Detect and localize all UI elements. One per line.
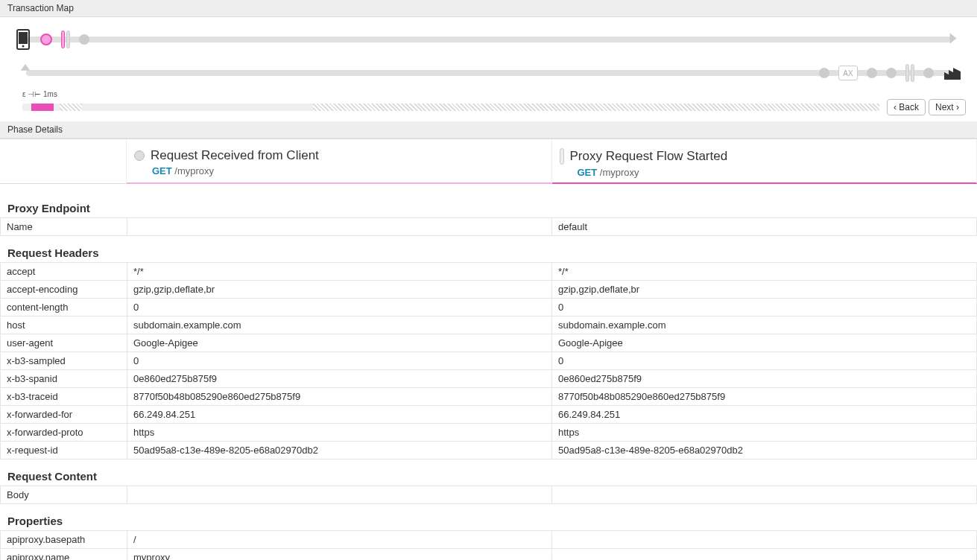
- row-key: x-forwarded-proto: [1, 424, 127, 442]
- response-node-1[interactable]: [819, 68, 829, 78]
- row-key: accept-encoding: [1, 281, 127, 299]
- http-method: GET: [152, 165, 172, 176]
- phase-details-header: Phase Details: [0, 121, 977, 139]
- table-row: content-length00: [1, 299, 977, 316]
- timeline: ε ⊣⊢ 1ms ‹ Back Next ›: [0, 92, 977, 121]
- row-val-2: 8770f50b48b085290e860ed275b875f9: [552, 388, 977, 406]
- table-row: x-b3-spanid0e860ed275b875f90e860ed275b87…: [1, 370, 977, 388]
- phase-columns: Request Received from Client GET /myprox…: [0, 139, 977, 184]
- phase-title: Proxy Request Flow Started: [570, 149, 728, 164]
- details-panel: Proxy EndpointNamedefaultRequest Headers…: [0, 184, 977, 560]
- row-val-1: 66.249.84.251: [127, 406, 552, 424]
- timeline-bar[interactable]: [22, 104, 879, 111]
- row-key: host: [1, 316, 127, 334]
- row-val-2: [552, 486, 977, 504]
- row-key: apiproxy.name: [1, 549, 127, 561]
- analytics-node[interactable]: AX: [838, 66, 858, 80]
- back-button[interactable]: ‹ Back: [887, 99, 926, 115]
- request-path: /myproxy: [600, 167, 639, 178]
- row-val-2: 0: [552, 352, 977, 370]
- row-val-1: 8770f50b48b085290e860ed275b875f9: [127, 388, 552, 406]
- backend-target-icon[interactable]: [943, 65, 962, 81]
- row-key: Name: [1, 218, 127, 236]
- row-val-2: 50ad95a8-c13e-489e-8205-e68a02970db2: [552, 442, 977, 459]
- row-key: x-b3-traceid: [1, 388, 127, 406]
- table-row: x-forwarded-protohttpshttps: [1, 424, 977, 442]
- row-val-1: [127, 486, 552, 504]
- row-val-1: 0: [127, 299, 552, 316]
- row-key: apiproxy.basepath: [1, 531, 127, 549]
- phase-col-blank: [0, 139, 127, 184]
- section-title: Request Headers: [0, 236, 977, 262]
- client-device-icon[interactable]: [15, 29, 31, 50]
- section-title: Request Content: [0, 459, 977, 486]
- proxy-preflow-node[interactable]: [61, 31, 70, 48]
- table-row: accept-encodinggzip,gzip,deflate,brgzip,…: [1, 281, 977, 299]
- row-val-1: Google-Apigee: [127, 334, 552, 352]
- table-row: apiproxy.basepath/: [1, 531, 977, 549]
- response-node-2[interactable]: [867, 68, 877, 78]
- row-val-2: 0: [552, 299, 977, 316]
- row-key: content-length: [1, 299, 127, 316]
- row-val-2: [552, 531, 977, 549]
- row-val-2: 66.249.84.251: [552, 406, 977, 424]
- circle-icon: [134, 150, 145, 161]
- row-val-2: gzip,gzip,deflate,br: [552, 281, 977, 299]
- row-key: x-b3-sampled: [1, 352, 127, 370]
- row-val-2: Google-Apigee: [552, 334, 977, 352]
- phase-title: Request Received from Client: [151, 148, 319, 163]
- row-val-2: [552, 549, 977, 561]
- svg-point-2: [22, 45, 25, 48]
- row-val-1: https: [127, 424, 552, 442]
- row-val-1: 50ad95a8-c13e-489e-8205-e68a02970db2: [127, 442, 552, 459]
- row-val-1: [127, 218, 552, 236]
- svg-rect-1: [19, 32, 28, 44]
- http-method: GET: [578, 167, 598, 178]
- row-val-1: myproxy: [127, 549, 552, 561]
- table-row: Body: [1, 486, 977, 504]
- table-row: x-request-id50ad95a8-c13e-489e-8205-e68a…: [1, 442, 977, 459]
- table-row: x-forwarded-for66.249.84.25166.249.84.25…: [1, 406, 977, 424]
- row-val-1: gzip,gzip,deflate,br: [127, 281, 552, 299]
- table-row: Namedefault: [1, 218, 977, 236]
- row-val-1: */*: [127, 263, 552, 281]
- table-row: x-b3-sampled00: [1, 352, 977, 370]
- target-preflow-node[interactable]: [905, 64, 914, 82]
- row-val-2: 0e860ed275b875f9: [552, 370, 977, 388]
- row-val-1: 0: [127, 352, 552, 370]
- row-val-1: 0e860ed275b875f9: [127, 370, 552, 388]
- transaction-map-header: Transaction Map: [0, 0, 977, 17]
- bar-icon: [560, 148, 564, 165]
- next-button[interactable]: Next ›: [929, 99, 966, 115]
- table-row: apiproxy.namemyproxy: [1, 549, 977, 561]
- request-received-node[interactable]: [40, 34, 52, 45]
- flow-node[interactable]: [79, 34, 89, 45]
- timeline-scale-label: ε ⊣⊢ 1ms: [22, 90, 57, 98]
- row-val-2: https: [552, 424, 977, 442]
- table-row: x-b3-traceid8770f50b48b085290e860ed275b8…: [1, 388, 977, 406]
- row-key: x-forwarded-for: [1, 406, 127, 424]
- transaction-map: AX: [0, 17, 977, 92]
- row-val-1: subdomain.example.com: [127, 316, 552, 334]
- response-node-4[interactable]: [923, 68, 934, 78]
- row-val-2: default: [552, 218, 977, 236]
- row-key: x-b3-spanid: [1, 370, 127, 388]
- phase-col-request-received[interactable]: Request Received from Client GET /myprox…: [127, 139, 552, 184]
- phase-col-proxy-flow[interactable]: Proxy Request Flow Started GET /myproxy: [552, 139, 978, 184]
- row-key: x-request-id: [1, 442, 127, 459]
- row-key: accept: [1, 263, 127, 281]
- table-row: accept*/**/*: [1, 263, 977, 281]
- row-val-2: subdomain.example.com: [552, 316, 977, 334]
- row-key: Body: [1, 486, 127, 504]
- request-path: /myproxy: [174, 165, 214, 176]
- section-title: Proxy Endpoint: [0, 191, 977, 217]
- section-title: Properties: [0, 504, 977, 530]
- row-val-2: */*: [552, 263, 977, 281]
- response-node-3[interactable]: [886, 68, 897, 78]
- table-row: user-agentGoogle-ApigeeGoogle-Apigee: [1, 334, 977, 352]
- row-key: user-agent: [1, 334, 127, 352]
- table-row: hostsubdomain.example.comsubdomain.examp…: [1, 316, 977, 334]
- row-val-1: /: [127, 531, 552, 549]
